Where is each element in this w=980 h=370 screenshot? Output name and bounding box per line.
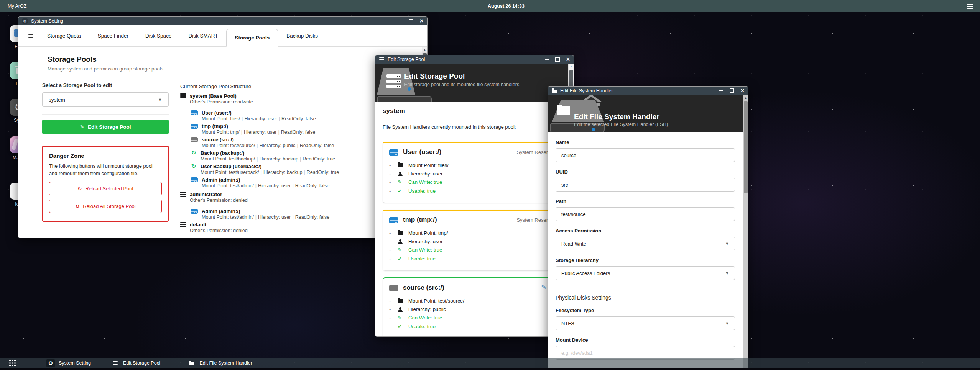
clock: August 26 14:33 — [488, 3, 525, 9]
storage-hierarchy-select[interactable]: Public Access Folders▼ — [556, 266, 735, 280]
disk-blue-icon — [191, 124, 198, 129]
app-grid-icon[interactable] — [9, 360, 16, 367]
minimize-button[interactable] — [545, 59, 549, 60]
tab-storage-quota[interactable]: Storage Quota — [39, 33, 89, 46]
field-value: e.g. /dev/sda1 — [561, 350, 593, 356]
folder-icon — [398, 163, 403, 167]
tree-item-details: Mount Point: test/source/|Hierarchy: pub… — [202, 143, 334, 148]
access-permission-select[interactable]: Read Write▼ — [556, 237, 735, 250]
dash: - — [389, 315, 398, 321]
edit-icon[interactable] — [541, 283, 546, 291]
fsh-card: source (src:/)-Mount Point: test/source/… — [383, 277, 562, 336]
scroll-up-icon[interactable]: ▲ — [743, 95, 748, 100]
edit-storage-pool-titlebar[interactable]: Edit Storage Pool × — [375, 55, 574, 64]
mount-device-field[interactable]: e.g. /dev/sda1 — [556, 346, 735, 360]
danger-zone-text: The following buttons will unmount stora… — [49, 163, 162, 177]
taskbar-item-label: Edit File System Handler — [199, 360, 252, 366]
selected-value: NTFS — [561, 321, 574, 326]
tree-item-details: Mount Point: test/backup/|Hierarchy: bac… — [201, 156, 335, 162]
edit-icon — [80, 124, 84, 130]
taskbar-item-edit-file-system-handler[interactable]: Edit File System Handler — [187, 359, 252, 367]
fsh-property-text: Mount Point: test/source/ — [408, 298, 464, 304]
user-icon — [398, 307, 403, 312]
close-icon[interactable]: × — [420, 18, 423, 24]
fsh-property: -Can Write: true — [389, 246, 556, 254]
separator: | — [291, 183, 295, 188]
fsh-property: -Can Write: true — [389, 314, 556, 322]
tree-item-name: tmp (tmp:/) — [202, 123, 315, 129]
pool-name: system — [383, 107, 562, 115]
uuid-field[interactable]: src — [556, 178, 735, 192]
edit-fsh-titlebar[interactable]: Edit File System Handler × — [548, 87, 748, 95]
dash: - — [389, 298, 398, 304]
fsh-property: -Mount Point: test/source/ — [389, 296, 556, 305]
divider — [556, 288, 735, 288]
fsh-property: -Usable: true — [389, 187, 556, 195]
field-value: test/source — [561, 211, 586, 217]
tree-item-details: Mount Point: tmp/|Hierarchy: user|ReadOn… — [202, 129, 315, 135]
minimize-button[interactable] — [719, 90, 723, 91]
name-field[interactable]: source — [556, 148, 735, 162]
fsh-property-text: Hierarchy: user — [408, 171, 442, 177]
page-subtitle: Manage system and permission group stora… — [48, 66, 163, 72]
separator: | — [240, 116, 244, 121]
taskbar-item-edit-storage-pool[interactable]: Edit Storage Pool — [111, 359, 160, 367]
selected-value: Public Access Folders — [561, 270, 610, 276]
user-icon — [398, 239, 403, 244]
reload-selected-pool-button[interactable]: Reload Selected Pool — [49, 182, 162, 195]
maximize-button[interactable] — [409, 19, 413, 23]
fsh-card: User (user:/)System Reserved-Mount Point… — [383, 142, 562, 203]
fsh-property-text: Hierarchy: user — [408, 239, 442, 244]
tab-storage-pools[interactable]: Storage Pools — [226, 29, 278, 47]
chevron-down-icon: ▼ — [725, 241, 729, 246]
tab-backup-disks[interactable]: Backup Disks — [278, 33, 326, 46]
field-label: Path — [556, 198, 743, 204]
hamburger-icon[interactable] — [967, 4, 973, 9]
fsh-property-text: Usable: true — [408, 256, 436, 262]
separator: | — [259, 170, 263, 175]
separator: | — [255, 143, 259, 148]
system-setting-titlebar[interactable]: System Setting × — [18, 17, 427, 25]
fsh-property: -Hierarchy: public — [389, 305, 556, 313]
fsh-property: -Hierarchy: user — [389, 237, 556, 246]
disk-blue-icon — [191, 177, 198, 182]
scroll-up-icon[interactable]: ▲ — [569, 64, 574, 69]
check-icon — [398, 188, 402, 194]
fsh-property-text: Mount Point: files/ — [408, 162, 449, 168]
maximize-button[interactable] — [555, 57, 560, 62]
separator: | — [291, 214, 295, 220]
tab-disk-space[interactable]: Disk Space — [137, 33, 180, 46]
storage-pool-select[interactable]: system ▼ — [42, 92, 169, 107]
taskbar-item-system-setting[interactable]: System Setting — [46, 359, 91, 367]
minimize-button[interactable] — [398, 21, 402, 21]
tree-item-name: Admin (admin:/) — [202, 208, 329, 214]
window-title: Edit File System Handler — [560, 88, 613, 93]
field-value: src — [561, 182, 568, 188]
separator: | — [277, 116, 281, 121]
menu-icon[interactable] — [28, 34, 33, 38]
close-icon[interactable]: × — [741, 88, 744, 94]
refresh-icon — [191, 150, 197, 162]
tab-disk-smart[interactable]: Disk SMART — [180, 33, 226, 46]
edit-storage-pool-button[interactable]: Edit Storage Pool — [42, 120, 169, 134]
edit-icon — [398, 315, 402, 321]
scrollbar[interactable]: ▲ — [743, 95, 748, 368]
path-field[interactable]: test/source — [556, 207, 735, 221]
window-title: Edit Storage Pool — [388, 57, 425, 62]
maximize-button[interactable] — [730, 88, 734, 93]
edit-icon — [398, 179, 402, 185]
tab-space-finder[interactable]: Space Finder — [89, 33, 137, 46]
fsh-card: tmp (tmp:/)System Reserved-Mount Point: … — [383, 210, 562, 271]
chevron-down-icon: ▼ — [725, 271, 729, 275]
fsh-property: -Mount Point: tmp/ — [389, 229, 556, 237]
fsh-property: -Usable: true — [389, 254, 556, 263]
close-icon[interactable]: × — [566, 56, 570, 62]
scroll-up-icon[interactable]: ▲ — [422, 47, 427, 52]
separator: | — [295, 143, 299, 148]
tree-item-details: Other's Permission: readwrite — [190, 99, 253, 105]
list-icon — [379, 57, 384, 61]
filesystem-type-select[interactable]: NTFS▼ — [556, 316, 735, 330]
reload-all-pool-button[interactable]: Reload All Storage Pool — [49, 200, 162, 213]
folder-icon — [398, 299, 403, 303]
edit-fsh-form: NamesourceUUIDsrcPathtest/sourceAccess P… — [548, 132, 743, 368]
